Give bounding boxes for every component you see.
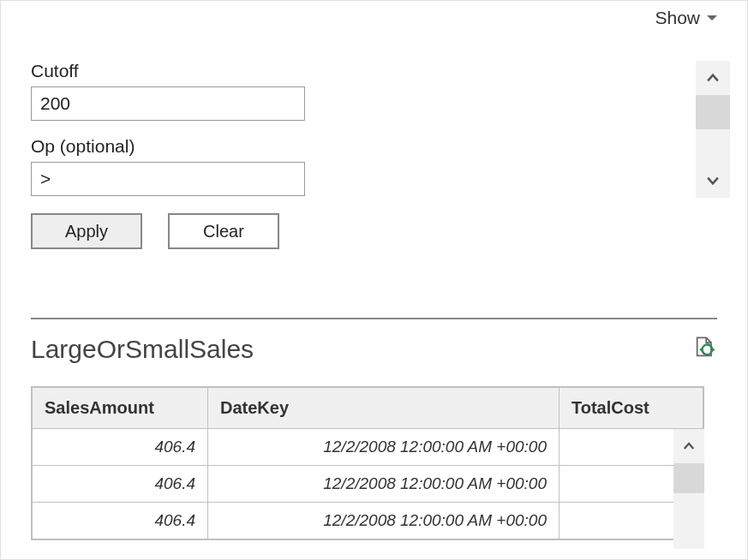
table-scrollbar[interactable]: [673, 429, 704, 549]
cutoff-input[interactable]: [31, 86, 305, 121]
col-salesamount[interactable]: SalesAmount: [33, 388, 208, 429]
col-datekey[interactable]: DateKey: [208, 388, 560, 429]
table-scroll-up-icon[interactable]: [673, 429, 704, 463]
table-header-row: SalesAmount DateKey TotalCost: [33, 388, 703, 429]
parameter-form: Cutoff Op (optional) Apply Clear: [31, 61, 305, 249]
op-group: Op (optional): [31, 136, 305, 196]
form-scrollbar[interactable]: [696, 61, 730, 198]
cell-sales: 406.4: [33, 503, 208, 539]
scrollbar-thumb[interactable]: [696, 95, 730, 129]
scroll-down-icon[interactable]: [696, 164, 730, 198]
cutoff-label: Cutoff: [31, 61, 305, 81]
col-totalcost[interactable]: TotalCost: [560, 388, 703, 429]
table-scrollbar-thumb[interactable]: [673, 463, 704, 493]
caret-down-icon: [707, 15, 717, 21]
divider: [31, 318, 717, 319]
cell-sales: 406.4: [33, 429, 208, 466]
result-header: LargeOrSmallSales: [31, 335, 717, 364]
clear-button[interactable]: Clear: [168, 213, 279, 249]
table-row: 406.4 12/2/2008 12:00:00 AM +00:00 2: [33, 429, 703, 466]
cell-date: 12/2/2008 12:00:00 AM +00:00: [208, 429, 560, 466]
results-table: SalesAmount DateKey TotalCost 406.4 12/2…: [31, 386, 704, 540]
svg-marker-1: [712, 348, 715, 352]
table-row: 406.4 12/2/2008 12:00:00 AM +00:00 2: [33, 466, 703, 503]
table-row: 406.4 12/2/2008 12:00:00 AM +00:00 2: [33, 503, 703, 539]
refresh-icon[interactable]: [693, 336, 717, 363]
button-row: Apply Clear: [31, 213, 305, 249]
show-dropdown[interactable]: Show: [655, 8, 717, 28]
cutoff-group: Cutoff: [31, 61, 305, 121]
scroll-up-icon[interactable]: [696, 61, 730, 95]
show-label: Show: [655, 8, 700, 28]
op-input[interactable]: [31, 162, 305, 196]
result-title: LargeOrSmallSales: [31, 335, 254, 364]
cell-date: 12/2/2008 12:00:00 AM +00:00: [208, 503, 560, 539]
apply-button[interactable]: Apply: [31, 213, 142, 249]
cell-sales: 406.4: [33, 466, 208, 503]
cell-date: 12/2/2008 12:00:00 AM +00:00: [208, 466, 560, 503]
op-label: Op (optional): [31, 136, 305, 157]
